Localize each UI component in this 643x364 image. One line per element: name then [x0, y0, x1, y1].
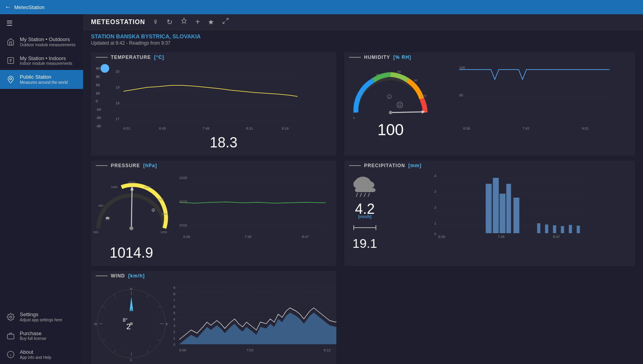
- humidity-header: HUMIDITY [% RH]: [344, 52, 635, 62]
- svg-line-103: [157, 306, 160, 308]
- svg-rect-87: [537, 223, 541, 233]
- svg-text:🌧: 🌧: [105, 215, 110, 221]
- svg-text:6:01: 6:01: [123, 126, 131, 130]
- station-updated: Updated at 9:42 - Readings from 9:37: [91, 40, 635, 46]
- sidebar-item-indoors[interactable]: My Station • Indoors Indoor module measu…: [0, 51, 83, 70]
- sidebar-purchase-sublabel: Buy full license: [20, 336, 46, 341]
- svg-text:8: 8: [173, 292, 175, 296]
- humidity-panel: HUMIDITY [% RH]: [344, 52, 635, 156]
- home-icon: [6, 38, 15, 46]
- svg-text:1030: 1030: [157, 198, 164, 201]
- svg-marker-139: [179, 313, 336, 344]
- svg-text:1020: 1020: [144, 185, 151, 189]
- svg-text:N: N: [130, 287, 132, 291]
- sidebar-outdoors-label: My Station • Outdoors: [20, 36, 76, 43]
- svg-text:3: 3: [434, 190, 436, 194]
- svg-rect-65: [355, 188, 376, 192]
- precipitation-chart-wrap: 4 3 2 1 0: [389, 174, 630, 243]
- pressure-header: PRESSURE [hPa]: [91, 160, 336, 171]
- sidebar-outdoors-text: My Station • Outdoors Outdoor module mea…: [20, 36, 76, 47]
- svg-text:☺: ☺: [385, 92, 393, 100]
- svg-rect-90: [561, 226, 564, 233]
- sidebar-about-label: About: [20, 349, 51, 355]
- svg-text:1010: 1010: [128, 181, 135, 184]
- sidebar-item-public[interactable]: Public Station Measures around the world: [0, 70, 83, 89]
- purchase-icon: [6, 332, 15, 340]
- sidebar-item-about[interactable]: About App info and Help: [0, 345, 83, 364]
- sidebar-item-settings[interactable]: Settings Adjust app settings here: [0, 307, 83, 326]
- toolbar-title: METEOSTATION: [91, 19, 145, 26]
- svg-text:60: 60: [398, 70, 401, 74]
- svg-text:17: 17: [116, 117, 119, 121]
- svg-text:0: 0: [353, 116, 355, 120]
- header-line: [349, 165, 361, 166]
- svg-text:1: 1: [434, 221, 436, 225]
- precipitation-content: 4.2 [mm/h] 19.1: [344, 171, 635, 256]
- star-icon[interactable]: ★: [208, 18, 214, 26]
- humidity-value: 100: [377, 121, 404, 139]
- humidity-gauge: 0 20 40 60 80 100 ☺ ☹: [349, 66, 432, 125]
- svg-text:100: 100: [421, 94, 427, 98]
- rain-icon: [349, 174, 381, 198]
- row-2: PRESSURE [hPa] 980: [91, 160, 635, 266]
- app-title: MeteoStation: [14, 4, 45, 10]
- humidity-chart: 100 95 6:06 7:42 9:01: [438, 66, 630, 133]
- precipitation-left: 4.2 [mm/h] 19.1: [349, 174, 381, 251]
- svg-line-109: [147, 350, 149, 353]
- sidebar-purchase-label: Purchase: [20, 330, 46, 337]
- svg-text:7:42: 7:42: [523, 126, 530, 130]
- sidebar-item-purchase[interactable]: Purchase Buy full license: [0, 326, 83, 345]
- svg-line-7: [226, 18, 228, 20]
- svg-text:0: 0: [434, 232, 436, 236]
- duration-bar-icon: [353, 224, 377, 232]
- svg-rect-84: [500, 194, 506, 233]
- svg-text:7: 7: [173, 298, 175, 302]
- temperature-header: TEMPERATURE [°C]: [91, 52, 336, 62]
- svg-text:20: 20: [116, 70, 119, 74]
- thermometer: 40 30 20 10 0 -10 -20 -30: [96, 66, 109, 129]
- svg-text:4: 4: [173, 317, 175, 321]
- refresh-icon[interactable]: ↻: [167, 18, 173, 26]
- sidebar-item-outdoors[interactable]: My Station • Outdoors Outdoor module mea…: [0, 32, 83, 51]
- sidebar-settings-text: Settings Adjust app settings here: [20, 311, 62, 323]
- header-line: [349, 57, 361, 58]
- header-line: [96, 275, 108, 276]
- svg-rect-85: [506, 184, 511, 233]
- svg-text:6:06: 6:06: [179, 348, 186, 352]
- wind-chart-wrap: 9 8 7 6 5 4 3 2 1 0: [173, 284, 336, 359]
- temperature-chart: 20 19 18 17 6:01 6:45 7:48 8:31: [116, 66, 298, 133]
- pressure-unit: [hPa]: [143, 163, 157, 168]
- back-button[interactable]: ←: [5, 4, 11, 11]
- svg-text:1010: 1010: [179, 223, 187, 227]
- humidity-unit: [% RH]: [393, 55, 411, 60]
- info-icon: [6, 350, 15, 359]
- svg-text:6:45: 6:45: [159, 126, 166, 130]
- svg-text:1050: 1050: [160, 230, 167, 234]
- toolbar: METEOSTATION 🎙 ↻ + ★: [83, 14, 643, 30]
- svg-rect-82: [486, 184, 492, 233]
- hamburger-icon[interactable]: ☰: [0, 14, 83, 32]
- svg-point-2: [10, 316, 12, 318]
- svg-rect-92: [577, 226, 580, 233]
- station-name: STATION BANSKA BYSTRICA, SLOVAKIA: [91, 33, 635, 40]
- pressure-gauge-wrap: 980 990 1000 1010 1020 1030 1040 1050: [96, 174, 167, 261]
- home-indoors-icon: [6, 56, 15, 65]
- compass: N S E W 8° 2: [92, 284, 171, 363]
- svg-text:990: 990: [99, 204, 104, 207]
- svg-text:7:48: 7:48: [203, 126, 210, 130]
- wind-header: WIND [km/h]: [91, 271, 336, 281]
- svg-text:5: 5: [173, 311, 175, 315]
- resize-icon[interactable]: [222, 17, 229, 26]
- gear-icon: [6, 313, 15, 321]
- svg-text:8:47: 8:47: [553, 235, 560, 239]
- temperature-content: 40 30 20 10 0 -10 -20 -30: [91, 62, 336, 156]
- svg-line-8: [223, 22, 225, 24]
- svg-text:E: E: [166, 323, 168, 326]
- add-icon[interactable]: +: [195, 17, 200, 26]
- sidebar-about-text: About App info and Help: [20, 349, 51, 360]
- svg-text:7:28: 7:28: [245, 235, 252, 239]
- sidebar-outdoors-sublabel: Outdoor module measurements: [20, 43, 76, 47]
- pin-icon[interactable]: [180, 17, 188, 26]
- svg-text:6: 6: [173, 305, 175, 309]
- svg-line-30: [391, 112, 423, 113]
